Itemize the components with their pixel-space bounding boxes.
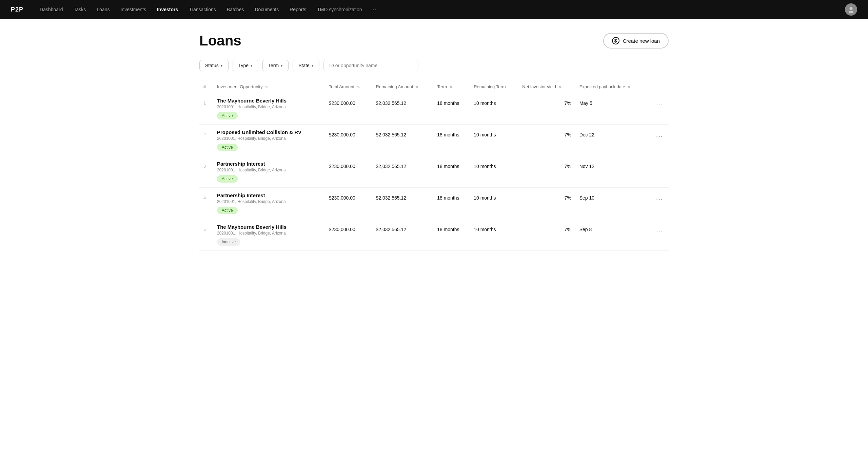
col-opportunity[interactable]: Investment Opportunity ⇅ bbox=[213, 81, 325, 93]
term-chevron-icon: ▾ bbox=[281, 63, 283, 68]
status-filter-label: Status bbox=[205, 63, 219, 68]
status-chevron-icon: ▾ bbox=[221, 63, 223, 68]
nav-investments[interactable]: Investments bbox=[120, 5, 146, 14]
col-remaining-amount[interactable]: Remaining Amount ⇅ bbox=[372, 81, 433, 93]
term-cell: 18 months bbox=[433, 125, 470, 156]
opportunity-name: The Maybourne Beverly Hills bbox=[217, 98, 321, 104]
nav-batches[interactable]: Batches bbox=[227, 5, 244, 14]
opportunity-cell: Partnership Interest 20201001, Hospitali… bbox=[213, 156, 325, 188]
total-amount-cell: $230,000.00 bbox=[325, 93, 372, 125]
row-num: 1 bbox=[199, 93, 213, 125]
term-filter[interactable]: Term ▾ bbox=[262, 60, 289, 71]
term-cell: 18 months bbox=[433, 156, 470, 188]
nav-loans[interactable]: Loans bbox=[97, 5, 110, 14]
remaining-amount-cell: $2,032,565.12 bbox=[372, 93, 433, 125]
search-input[interactable] bbox=[323, 60, 418, 71]
payback-date-cell: May 5 bbox=[575, 93, 647, 125]
sort-total-icon: ⇅ bbox=[357, 85, 360, 89]
create-loan-icon: $ bbox=[612, 37, 619, 44]
main-content: Loans $ Create new loan Status ▾ Type ▾ … bbox=[183, 19, 685, 264]
row-num: 3 bbox=[199, 156, 213, 188]
nav-transactions[interactable]: Transactions bbox=[189, 5, 216, 14]
create-loan-label: Create new loan bbox=[623, 38, 660, 44]
row-num: 2 bbox=[199, 125, 213, 156]
avatar[interactable] bbox=[845, 3, 857, 16]
logo: P2P bbox=[11, 6, 23, 13]
col-term[interactable]: Term ⇅ bbox=[433, 81, 470, 93]
nav-tasks[interactable]: Tasks bbox=[74, 5, 86, 14]
nav-dashboard[interactable]: Dashboard bbox=[40, 5, 63, 14]
remaining-amount-cell: $2,032,565.12 bbox=[372, 125, 433, 156]
type-filter[interactable]: Type ▾ bbox=[233, 60, 258, 71]
total-amount-cell: $230,000.00 bbox=[325, 188, 372, 219]
payback-date-cell: Dec 22 bbox=[575, 125, 647, 156]
remaining-term-cell: 10 months bbox=[470, 188, 518, 219]
row-actions-cell[interactable]: ··· bbox=[647, 219, 669, 251]
net-yield-cell: 7% bbox=[518, 125, 575, 156]
sort-payback-icon: ⇅ bbox=[628, 85, 630, 89]
remaining-amount-cell: $2,032,565.12 bbox=[372, 188, 433, 219]
row-actions-cell[interactable]: ··· bbox=[647, 156, 669, 188]
col-net-yield[interactable]: Net investor yield ⇅ bbox=[518, 81, 575, 93]
row-actions-cell[interactable]: ··· bbox=[647, 125, 669, 156]
row-more-button[interactable]: ··· bbox=[655, 227, 665, 235]
state-chevron-icon: ▾ bbox=[312, 63, 314, 68]
row-num: 4 bbox=[199, 188, 213, 219]
col-total-amount[interactable]: Total Amount ⇅ bbox=[325, 81, 372, 93]
table-row[interactable]: 4 Partnership Interest 20201001, Hospita… bbox=[199, 188, 669, 219]
table-row[interactable]: 3 Partnership Interest 20201001, Hospita… bbox=[199, 156, 669, 188]
opportunity-cell: The Maybourne Beverly Hills 20201001, Ho… bbox=[213, 219, 325, 251]
opportunity-name: Partnership Interest bbox=[217, 161, 321, 167]
total-amount-cell: $230,000.00 bbox=[325, 156, 372, 188]
status-badge: Inactive bbox=[217, 238, 240, 246]
remaining-amount-cell: $2,032,565.12 bbox=[372, 219, 433, 251]
term-cell: 18 months bbox=[433, 93, 470, 125]
loans-table: # Investment Opportunity ⇅ Total Amount … bbox=[199, 81, 669, 251]
net-yield-cell: 7% bbox=[518, 156, 575, 188]
opportunity-meta: 20201001, Hospitality, Bridge, Arizona bbox=[217, 231, 321, 236]
row-num: 5 bbox=[199, 219, 213, 251]
status-badge: Active bbox=[217, 112, 238, 119]
table-row[interactable]: 5 The Maybourne Beverly Hills 20201001, … bbox=[199, 219, 669, 251]
status-badge: Active bbox=[217, 144, 238, 151]
opportunity-cell: Proposed Unlimited Collision & RV 202010… bbox=[213, 125, 325, 156]
remaining-term-cell: 10 months bbox=[470, 156, 518, 188]
remaining-term-cell: 10 months bbox=[470, 93, 518, 125]
nav-tmo[interactable]: TMO synchronization bbox=[317, 5, 362, 14]
col-payback-date[interactable]: Expected payback date ⇅ bbox=[575, 81, 647, 93]
state-filter[interactable]: State ▾ bbox=[293, 60, 319, 71]
state-filter-label: State bbox=[298, 63, 310, 68]
sort-opportunity-icon: ⇅ bbox=[265, 85, 268, 89]
remaining-amount-cell: $2,032,565.12 bbox=[372, 156, 433, 188]
status-badge: Active bbox=[217, 175, 238, 183]
nav-investors[interactable]: Investors bbox=[157, 5, 178, 14]
page-header: Loans $ Create new loan bbox=[199, 33, 669, 49]
term-filter-label: Term bbox=[268, 63, 279, 68]
payback-date-cell: Sep 8 bbox=[575, 219, 647, 251]
table-row[interactable]: 2 Proposed Unlimited Collision & RV 2020… bbox=[199, 125, 669, 156]
create-loan-button[interactable]: $ Create new loan bbox=[603, 33, 669, 49]
row-more-button[interactable]: ··· bbox=[655, 100, 665, 109]
nav-documents[interactable]: Documents bbox=[255, 5, 279, 14]
sort-remaining-icon: ⇅ bbox=[416, 85, 418, 89]
row-actions-cell[interactable]: ··· bbox=[647, 188, 669, 219]
row-more-button[interactable]: ··· bbox=[655, 164, 665, 172]
status-filter[interactable]: Status ▾ bbox=[199, 60, 229, 71]
opportunity-name: The Maybourne Beverly Hills bbox=[217, 224, 321, 230]
opportunity-cell: Partnership Interest 20201001, Hospitali… bbox=[213, 188, 325, 219]
table-header-row: # Investment Opportunity ⇅ Total Amount … bbox=[199, 81, 669, 93]
total-amount-cell: $230,000.00 bbox=[325, 125, 372, 156]
nav-more-icon[interactable]: ··· bbox=[373, 6, 378, 13]
term-cell: 18 months bbox=[433, 219, 470, 251]
remaining-term-cell: 10 months bbox=[470, 125, 518, 156]
opportunity-name: Proposed Unlimited Collision & RV bbox=[217, 129, 321, 135]
total-amount-cell: $230,000.00 bbox=[325, 219, 372, 251]
row-more-button[interactable]: ··· bbox=[655, 132, 665, 141]
row-more-button[interactable]: ··· bbox=[655, 195, 665, 204]
sort-term-icon: ⇅ bbox=[450, 85, 452, 89]
row-actions-cell[interactable]: ··· bbox=[647, 93, 669, 125]
opportunity-meta: 20201001, Hospitality, Bridge, Arizona bbox=[217, 199, 321, 204]
nav-reports[interactable]: Reports bbox=[290, 5, 306, 14]
table-row[interactable]: 1 The Maybourne Beverly Hills 20201001, … bbox=[199, 93, 669, 125]
opportunity-meta: 20201001, Hospitality, Bridge, Arizona bbox=[217, 105, 321, 109]
